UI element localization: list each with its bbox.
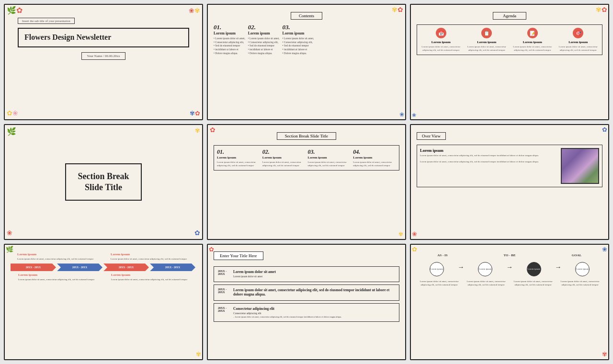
main-title: Flowers Design Newsletter [24,33,182,43]
deco-tr: ✾✿ [392,6,403,14]
timeline-bottom-items: Lorem ipsum Lorem ipsum dolor sit amet, … [11,273,196,281]
s-col-4-num: 04. [353,148,396,156]
s-col-1-text: Lorem ipsum dolor sit amet, consectetur … [217,160,260,167]
col-3-title: Lorem ipsum [283,31,314,35]
ov-title-1: Lorem ipsum [420,148,558,153]
arrow-right-1: → [458,263,465,277]
slide-4: 🌿 ✾ ❀ ✿ Section BreakSlide Title [4,124,203,240]
agenda-text-1: Lorem ipsum dolor sit amet, consectetur … [420,45,462,52]
goal-texts: Lorem ipsum dolor sit amet, consectetur … [417,280,602,286]
deco-tr: ❀✾ [189,7,200,15]
s-col-1-num: 01. [217,148,260,156]
deco-bl: ❀ [7,229,12,237]
col-3-num: 03. [283,23,314,31]
timeline-top-items: Lorem ipsum Lorem ipsum dolor sit amet, … [11,252,196,261]
flow-circle-2: Lorem ipsum [478,262,492,276]
goal-headers: AS - IS TO - BE GOAL [417,253,602,257]
deco-br: ✾ [602,351,607,358]
entry-3-years: 20XX - 20XX [218,307,232,318]
s-col-4: 04. Lorem ipsum Lorem ipsum dolor sit am… [353,148,396,167]
tl-bot-1: Lorem ipsum Lorem ipsum dolor sit amet, … [18,273,103,281]
agenda-items: 📅 Lorem ipsum Lorem ipsum dolor sit amet… [420,28,599,52]
agenda-item-1: 📅 Lorem ipsum Lorem ipsum dolor sit amet… [420,28,462,52]
agenda-title-4: Lorem ipsum [557,40,600,44]
deco-bl: ✿❀ [7,109,18,117]
goal-label-3: GOAL [551,253,602,257]
deco-tl: ✿ [412,246,417,253]
flow-circle-1: Lorem ipsum [430,262,444,276]
slide-8: ✿ Enter Your Title Here 20XX - 20XX Lore… [207,244,406,360]
flow-item-4: Lorem ipsum [563,262,603,278]
ov-text-1: Lorem ipsum dolor sit amet, consectetur … [420,154,558,158]
agenda-icon-4: 🎯 [573,28,583,38]
col-3-text: • Lorem ipsum dolor sit amet, • Consecte… [283,37,314,55]
content-columns: 01. Lorem ipsum • Lorem ipsum dolor sit … [214,23,399,55]
deco-bl: ❀ [412,230,417,238]
agenda-header: Agenda [493,12,526,20]
ov-text-2: Lorem ipsum dolor sit amet, consectetur … [420,160,558,164]
entry-3-table: 20XX - 20XX Consectetur adipincing elit … [218,307,395,318]
col-1-title: Lorem ipsum [214,31,245,35]
agenda-text-3: Lorem ipsum dolor sit amet, consectetur … [511,45,554,52]
col-2-num: 02. [248,23,280,31]
deco-tr: ✾ [195,127,200,135]
agenda-title-2: Lorem ipsum [466,40,508,44]
overview-image [561,148,599,184]
tl-top-2: Lorem ipsum Lorem ipsum dolor sit amet, … [111,252,196,261]
tl-bot-text-1: Lorem ipsum dolor sit amet, consectetur … [18,278,103,281]
agenda-icon-1: 📅 [436,28,446,38]
deco-tl: 🌿✿ [7,7,23,14]
goal-text-2: Lorem ipsum dolor sit amet, consectetur … [464,280,509,286]
timeline-arrows: 20XX - 20XX 20XX - 20XX 20XX - 20XX 20XX… [11,263,196,271]
tl-bot-title-2: Lorem ipsum [111,273,196,277]
deco-tl: 🌿 [7,127,16,136]
entry-2: 20XX - 20XX Lorem ipsum dolor sit amet, … [214,284,399,301]
agenda-item-3: 📝 Lorem ipsum Lorem ipsum dolor sit amet… [511,28,554,52]
agenda-title-1: Lorem ipsum [420,40,462,44]
overview-header: Over View [417,132,446,140]
tl-top-title-2: Lorem ipsum [111,252,196,256]
agenda-text-4: Lorem ipsum dolor sit amet, consectetur … [557,45,600,52]
col-2-title: Lorem ipsum [248,31,280,35]
slide-6: ✿ ❀ Over View Lorem ipsum Lorem ipsum do… [410,124,609,240]
presenter-name: Your Name / 00.00.20xx [87,54,120,58]
tl-top-text-2: Lorem ipsum dolor sit amet, consectetur … [111,257,196,261]
tl-top-text-1: Lorem ipsum dolor sit amet, consectetur … [17,257,103,261]
tl-top-title-1: Lorem ipsum [17,252,103,256]
entry-3: 20XX - 20XX Consectetur adipincing elit … [214,303,399,322]
tl-bot-text-2: Lorem ipsum dolor sit amet, consectetur … [111,278,196,281]
section-break-box: Section BreakSlide Title [65,163,141,201]
arrow-right-3: → [555,263,562,277]
s-col-3-title: Lorem ipsum [308,156,351,159]
flow-circle-3: Lorem ipsum [527,262,541,276]
deco-tl: 🌿 [6,246,13,253]
s-col-3-num: 03. [308,148,351,156]
s-col-4-text: Lorem ipsum dolor sit amet, consectetur … [353,160,396,167]
agenda-icon-3: 📝 [527,28,538,38]
entry-1: 20XX - 20XX Lorem ipsum dolor sit amet L… [214,266,399,282]
slide-5: ✿ ✾ Section Break Slide Title 01. Lorem … [207,124,406,240]
entry-2-years: 20XX - 20XX [218,288,232,297]
section-break-title: Section BreakSlide Title [78,171,129,193]
deco-br: ✾✿ [190,110,200,117]
goal-text-1: Lorem ipsum dolor sit amet, consectetur … [417,280,462,286]
col-3: 03. Lorem ipsum • Lorem ipsum dolor sit … [283,23,314,55]
presenter-name-box: Your Name / 00.00.20xx [81,52,125,60]
goal-label-2: TO - BE [484,253,535,257]
deco-tl: ✿ [209,246,214,253]
flower-image [562,149,598,183]
s-col-4-title: Lorem ipsum [353,156,396,159]
agenda-text-2: Lorem ipsum dolor sit amet, consectetur … [466,45,508,52]
col-2: 02. Lorem ipsum • Lorem ipsum dolor sit … [248,23,280,55]
s-col-3: 03. Lorem ipsum Lorem ipsum dolor sit am… [308,148,351,167]
goal-flow: Lorem ipsum → Lorem ipsum → Lorem ipsum … [417,262,602,278]
s-col-1-title: Lorem ipsum [217,156,260,159]
entry-2-table: 20XX - 20XX Lorem ipsum dolor sit amet, … [218,288,395,297]
flow-item-1: Lorem ipsum [417,262,457,278]
slide-2: ✾✿ ❀ Contents 01. Lorem ipsum • Lorem ip… [207,4,406,120]
deco-br: ✾ [196,351,201,358]
col-1-num: 01. [214,23,245,31]
enter-title-header: Enter Your Title Here [214,251,263,260]
col-1: 01. Lorem ipsum • Lorem ipsum dolor sit … [214,23,245,55]
entry-1-content: Lorem ipsum dolor sit amet Lorem ipsum d… [233,270,395,279]
